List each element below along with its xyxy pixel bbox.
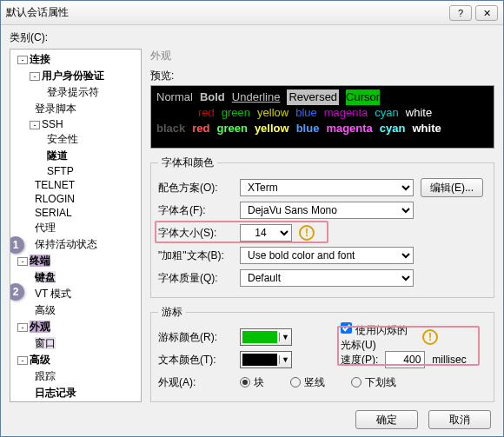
tree-node-telnet[interactable]: TELNET [10, 178, 141, 192]
cursor-legend: 游标 [158, 305, 186, 320]
radio-block[interactable]: 块 [240, 375, 264, 390]
tree-node-keyboard[interactable]: 键盘 [10, 269, 141, 286]
edit-scheme-button[interactable]: 编辑(E)... [421, 178, 483, 197]
font-color-legend: 字体和颜色 [158, 156, 217, 170]
panel-title: 外观 [150, 49, 494, 63]
radio-underline[interactable]: 下划线 [351, 375, 396, 390]
tree-node-serial[interactable]: SERIAL [10, 206, 141, 220]
window-title: 默认会话属性 [6, 5, 446, 20]
speed-input[interactable] [385, 351, 425, 368]
tree-node-proxy[interactable]: 代理 [10, 220, 141, 236]
tree-node-tunnel[interactable]: 隧道 [10, 148, 141, 164]
tree-node-terminal[interactable]: -终端 [10, 253, 141, 269]
tree-node-login-script[interactable]: 登录脚本 [10, 101, 141, 117]
tree-node-security[interactable]: 安全性 [10, 131, 141, 148]
scheme-label: 配色方案(O): [158, 181, 233, 195]
text-color-label: 文本颜色(T): [158, 353, 233, 367]
scheme-select[interactable]: XTerm [240, 179, 414, 196]
titlebar: 默认会话属性 ? ✕ [1, 1, 503, 25]
tree-node-filetransfer[interactable]: -文件传输 [10, 401, 141, 402]
tree-node-logging[interactable]: 日志记录 [10, 385, 141, 401]
speed-unit: millisec [432, 354, 466, 366]
preview-label: 预览: [150, 69, 494, 83]
category-tree[interactable]: 1 2 -连接 -用户身份验证 登录提示符 登录脚本 -SSH 安全性 隧道 S… [10, 49, 142, 402]
fontname-label: 字体名(F): [158, 203, 233, 218]
quality-select[interactable]: Default [240, 269, 414, 287]
cursor-color-picker[interactable]: ▼ [240, 328, 292, 346]
tree-node-sftp[interactable]: SFTP [10, 164, 141, 178]
tree-node-ssh[interactable]: -SSH [10, 117, 141, 131]
session-properties-dialog: 默认会话属性 ? ✕ 类别(C): 1 2 -连接 -用户身份验证 登录提示符 … [0, 0, 504, 437]
warning-icon: ! [422, 329, 438, 345]
blink-checkbox[interactable]: 使用闪烁的光标(U) [341, 322, 415, 353]
category-label: 类别(C): [10, 30, 494, 45]
look-label: 外观(A): [158, 375, 233, 390]
tree-node-vtmode[interactable]: VT 模式 [10, 286, 141, 302]
tree-node-keepalive[interactable]: 保持活动状态 [10, 236, 141, 253]
preview-box: NormalBoldUnderlineReversedCursor redgre… [150, 85, 494, 149]
tree-node-login-prompt[interactable]: 登录提示符 [10, 84, 141, 101]
tree-node-appearance[interactable]: -外观 [10, 319, 141, 335]
quality-label: 字体质量(Q): [158, 271, 233, 286]
tree-node-trace[interactable]: 跟踪 [10, 368, 141, 385]
tree-node-connection[interactable]: -连接 [10, 51, 141, 68]
tree-node-rlogin[interactable]: RLOGIN [10, 192, 141, 206]
tree-node-window[interactable]: 窗口 [10, 335, 141, 352]
text-color-picker[interactable]: ▼ [240, 351, 292, 368]
cursor-group: 游标 游标颜色(R): ▼ 使用闪烁的光标(U) ! 文本颜色(T): ▼ 速度… [150, 305, 494, 402]
radio-vertical[interactable]: 竖线 [290, 375, 325, 390]
tree-node-auth[interactable]: -用户身份验证 [10, 68, 141, 84]
warning-icon: ! [299, 225, 315, 241]
speed-label: 速度(P): [341, 353, 378, 367]
close-button[interactable]: ✕ [475, 5, 498, 21]
fontname-select[interactable]: DejaVu Sans Mono [240, 202, 414, 219]
boldtext-select[interactable]: Use bold color and font [240, 247, 414, 264]
boldtext-label: "加粗"文本(B): [158, 248, 233, 263]
cancel-button[interactable]: 取消 [428, 410, 491, 429]
ok-button[interactable]: 确定 [355, 410, 418, 429]
tree-node-advanced2[interactable]: -高级 [10, 352, 141, 368]
fontsize-select[interactable]: 14 [240, 224, 292, 242]
tree-node-advanced[interactable]: 高级 [10, 302, 141, 319]
font-color-group: 字体和颜色 配色方案(O): XTerm 编辑(E)... 字体名(F): De… [150, 156, 494, 298]
help-button[interactable]: ? [449, 5, 472, 21]
cursor-color-label: 游标颜色(R): [158, 330, 233, 345]
fontsize-label: 字体大小(S): [158, 226, 233, 241]
